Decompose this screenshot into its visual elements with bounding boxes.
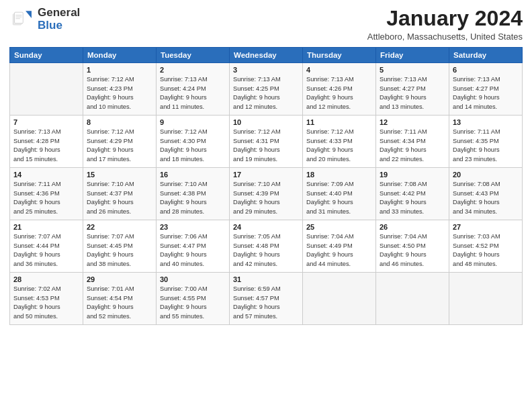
calendar-cell: 29Sunrise: 7:01 AMSunset: 4:54 PMDayligh… <box>83 273 157 325</box>
sunrise-text: Sunrise: 7:05 AM <box>233 232 299 241</box>
daylight-text-cont: and 26 minutes. <box>87 208 152 216</box>
daylight-text-cont: and 46 minutes. <box>380 260 445 269</box>
location: Attleboro, Massachusetts, United States <box>367 32 523 42</box>
daylight-text-cont: and 19 minutes. <box>233 155 299 164</box>
sunrise-text: Sunrise: 7:12 AM <box>233 128 299 136</box>
page-header: General Blue January 2024 Attleboro, Mas… <box>9 7 523 42</box>
daylight-text: Daylight: 9 hours <box>380 250 445 259</box>
logo-icon <box>9 7 35 32</box>
daylight-text-cont: and 12 minutes. <box>306 103 372 111</box>
day-number: 7 <box>13 118 79 126</box>
day-number: 9 <box>160 118 226 126</box>
sunrise-text: Sunrise: 7:04 AM <box>306 232 372 241</box>
day-number: 29 <box>87 275 152 283</box>
sunset-text: Sunset: 4:27 PM <box>453 85 519 93</box>
calendar-week-2: 14Sunrise: 7:11 AMSunset: 4:36 PMDayligh… <box>10 168 523 220</box>
sunset-text: Sunset: 4:45 PM <box>87 242 152 250</box>
calendar-cell: 21Sunrise: 7:07 AMSunset: 4:44 PMDayligh… <box>10 220 83 273</box>
sunset-text: Sunset: 4:37 PM <box>87 189 152 198</box>
daylight-text-cont: and 33 minutes. <box>380 208 445 216</box>
daylight-text: Daylight: 9 hours <box>87 303 152 312</box>
day-number: 26 <box>380 223 445 231</box>
sunset-text: Sunset: 4:48 PM <box>233 242 299 250</box>
daylight-text-cont: and 12 minutes. <box>233 103 299 111</box>
calendar-cell: 18Sunrise: 7:09 AMSunset: 4:40 PMDayligh… <box>303 168 376 220</box>
calendar-cell: 20Sunrise: 7:08 AMSunset: 4:43 PMDayligh… <box>449 168 523 220</box>
sunset-text: Sunset: 4:55 PM <box>160 294 226 303</box>
sunset-text: Sunset: 4:38 PM <box>160 189 226 198</box>
daylight-text: Daylight: 9 hours <box>306 146 372 154</box>
sunset-text: Sunset: 4:42 PM <box>380 189 445 198</box>
day-info: Sunrise: 7:11 AMSunset: 4:35 PMDaylight:… <box>453 128 519 164</box>
weekday-header-tuesday: Tuesday <box>157 48 230 63</box>
day-number: 21 <box>13 223 79 231</box>
day-number: 19 <box>380 171 445 179</box>
day-info: Sunrise: 7:12 AMSunset: 4:30 PMDaylight:… <box>160 128 226 164</box>
day-info: Sunrise: 7:13 AMSunset: 4:25 PMDaylight:… <box>233 75 299 111</box>
daylight-text-cont: and 57 minutes. <box>233 312 299 321</box>
calendar-cell: 26Sunrise: 7:04 AMSunset: 4:50 PMDayligh… <box>376 220 449 273</box>
daylight-text-cont: and 40 minutes. <box>160 260 226 269</box>
daylight-text: Daylight: 9 hours <box>233 93 299 102</box>
day-info: Sunrise: 7:13 AMSunset: 4:27 PMDaylight:… <box>380 75 445 111</box>
day-info: Sunrise: 7:07 AMSunset: 4:44 PMDaylight:… <box>13 232 79 269</box>
sunrise-text: Sunrise: 7:08 AM <box>453 180 519 189</box>
calendar-cell: 1Sunrise: 7:12 AMSunset: 4:23 PMDaylight… <box>83 63 157 116</box>
daylight-text: Daylight: 9 hours <box>453 250 519 259</box>
sunrise-text: Sunrise: 7:10 AM <box>87 180 152 189</box>
weekday-header-thursday: Thursday <box>303 48 376 63</box>
day-info: Sunrise: 7:03 AMSunset: 4:52 PMDaylight:… <box>453 232 519 269</box>
calendar-cell: 2Sunrise: 7:13 AMSunset: 4:24 PMDaylight… <box>157 63 230 116</box>
sunrise-text: Sunrise: 7:13 AM <box>306 75 372 84</box>
main-container: General Blue January 2024 Attleboro, Mas… <box>0 0 532 411</box>
svg-rect-2 <box>15 12 24 23</box>
day-info: Sunrise: 7:10 AMSunset: 4:37 PMDaylight:… <box>87 180 152 216</box>
day-info: Sunrise: 7:10 AMSunset: 4:38 PMDaylight:… <box>160 180 226 216</box>
sunset-text: Sunset: 4:40 PM <box>306 189 372 198</box>
calendar-cell: 28Sunrise: 7:02 AMSunset: 4:53 PMDayligh… <box>10 273 83 325</box>
daylight-text: Daylight: 9 hours <box>160 198 226 207</box>
day-number: 22 <box>87 223 152 231</box>
daylight-text: Daylight: 9 hours <box>233 303 299 312</box>
calendar-header: SundayMondayTuesdayWednesdayThursdayFrid… <box>10 48 523 63</box>
calendar-cell: 30Sunrise: 7:00 AMSunset: 4:55 PMDayligh… <box>157 273 230 325</box>
weekday-header-monday: Monday <box>83 48 157 63</box>
daylight-text: Daylight: 9 hours <box>87 146 152 154</box>
sunrise-text: Sunrise: 7:13 AM <box>380 75 445 84</box>
day-number: 10 <box>233 118 299 126</box>
day-number: 28 <box>13 275 79 283</box>
day-number: 31 <box>233 275 299 283</box>
sunrise-text: Sunrise: 7:13 AM <box>160 75 226 84</box>
daylight-text: Daylight: 9 hours <box>87 250 152 259</box>
daylight-text: Daylight: 9 hours <box>233 250 299 259</box>
daylight-text-cont: and 42 minutes. <box>233 260 299 269</box>
day-number: 14 <box>13 171 79 179</box>
calendar-cell: 24Sunrise: 7:05 AMSunset: 4:48 PMDayligh… <box>230 220 303 273</box>
calendar-cell <box>10 63 83 116</box>
day-number: 15 <box>87 171 152 179</box>
day-info: Sunrise: 7:05 AMSunset: 4:48 PMDaylight:… <box>233 232 299 269</box>
sunset-text: Sunset: 4:36 PM <box>13 189 79 198</box>
daylight-text-cont: and 31 minutes. <box>306 208 372 216</box>
calendar-cell: 4Sunrise: 7:13 AMSunset: 4:26 PMDaylight… <box>303 63 376 116</box>
daylight-text: Daylight: 9 hours <box>160 250 226 259</box>
daylight-text: Daylight: 9 hours <box>233 198 299 207</box>
weekday-header-wednesday: Wednesday <box>230 48 303 63</box>
daylight-text-cont: and 14 minutes. <box>453 103 519 111</box>
sunset-text: Sunset: 4:49 PM <box>306 242 372 250</box>
sunset-text: Sunset: 4:34 PM <box>380 137 445 146</box>
day-number: 12 <box>380 118 445 126</box>
day-number: 1 <box>87 66 152 74</box>
daylight-text-cont: and 23 minutes. <box>453 155 519 164</box>
logo-blue: Blue <box>38 19 62 32</box>
daylight-text-cont: and 18 minutes. <box>160 155 226 164</box>
sunset-text: Sunset: 4:50 PM <box>380 242 445 250</box>
daylight-text: Daylight: 9 hours <box>233 146 299 154</box>
calendar-cell: 10Sunrise: 7:12 AMSunset: 4:31 PMDayligh… <box>230 116 303 168</box>
day-number: 27 <box>453 223 519 231</box>
calendar-cell: 15Sunrise: 7:10 AMSunset: 4:37 PMDayligh… <box>83 168 157 220</box>
calendar-cell: 14Sunrise: 7:11 AMSunset: 4:36 PMDayligh… <box>10 168 83 220</box>
daylight-text: Daylight: 9 hours <box>380 198 445 207</box>
sunrise-text: Sunrise: 7:06 AM <box>160 232 226 241</box>
daylight-text: Daylight: 9 hours <box>87 198 152 207</box>
